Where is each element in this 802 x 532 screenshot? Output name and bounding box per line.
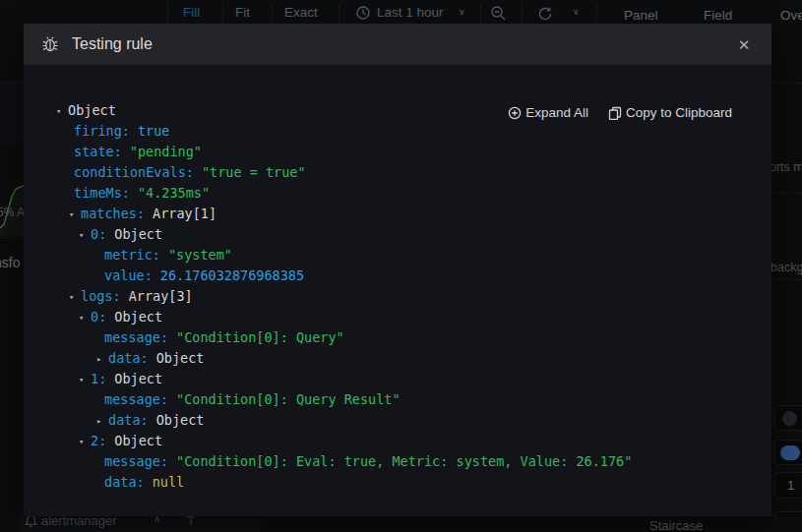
json-row: data:null — [24, 472, 771, 493]
json-value: Object — [156, 350, 205, 366]
json-value: "true = true" — [202, 164, 306, 180]
collapse-toggle-icon[interactable]: ▾ — [79, 308, 91, 328]
json-key: message: — [104, 453, 168, 469]
json-value: Object — [114, 226, 162, 242]
json-value: "pending" — [130, 144, 202, 159]
json-key: state: — [74, 144, 122, 159]
json-row[interactable]: ▾matches:Array[1] — [24, 204, 771, 224]
json-key: conditionEvals: — [74, 164, 194, 180]
collapse-toggle-icon[interactable]: ▾ — [79, 432, 91, 452]
expand-toggle-icon[interactable]: ▸ — [96, 411, 108, 432]
json-value: "Condition[0]: Eval: true, Metric: syste… — [176, 453, 632, 469]
json-value: Array[3] — [129, 288, 193, 304]
json-row: metric:"system" — [24, 245, 771, 266]
modal-title: Testing rule — [72, 35, 153, 53]
close-icon[interactable]: ✕ — [732, 33, 756, 57]
json-value: Object — [156, 412, 205, 428]
page: Fill Fit Exact Last 1 hour ∨ — [0, 0, 802, 532]
json-value: Object — [114, 433, 162, 448]
json-row[interactable]: ▾0:Object — [24, 224, 771, 245]
json-row[interactable]: ▾1:Object — [24, 369, 771, 389]
json-key: metric: — [104, 247, 160, 263]
copy-icon — [608, 106, 622, 120]
expand-all-button[interactable]: Expand All — [508, 105, 588, 120]
modal-body: Expand All Copy to Clipboard ▾Object fir… — [24, 65, 771, 516]
json-actions: Expand All Copy to Clipboard — [508, 105, 732, 120]
modal-header: Testing rule ✕ — [24, 24, 771, 65]
json-key: value: — [104, 267, 153, 283]
json-row: state:"pending" — [24, 142, 771, 162]
json-row: value:26.176032876968385 — [24, 266, 771, 286]
expand-all-icon — [508, 106, 522, 120]
json-row[interactable]: ▸data:Object — [24, 348, 771, 369]
json-key: data: — [108, 350, 149, 366]
json-value: Object — [114, 371, 162, 386]
json-key: data: — [104, 474, 145, 490]
json-row[interactable]: ▾0:Object — [24, 307, 771, 327]
json-key: message: — [104, 391, 168, 407]
json-value: "system" — [168, 247, 232, 263]
copy-to-clipboard-label: Copy to Clipboard — [626, 105, 732, 120]
json-row: timeMs:"4.235ms" — [24, 183, 771, 204]
bug-icon — [41, 35, 59, 53]
json-key: logs: — [81, 288, 121, 304]
collapse-toggle-icon[interactable]: ▾ — [56, 101, 68, 122]
json-value: "Condition[0]: Query" — [176, 329, 344, 345]
copy-to-clipboard-button[interactable]: Copy to Clipboard — [608, 105, 732, 120]
json-key: 2: — [91, 433, 106, 448]
json-key: data: — [108, 412, 149, 428]
json-row[interactable]: ▸data:Object — [24, 410, 771, 431]
collapse-toggle-icon[interactable]: ▾ — [79, 370, 91, 390]
json-key: 0: — [91, 309, 106, 325]
json-value: Object — [114, 309, 162, 325]
json-key: timeMs: — [74, 185, 130, 201]
collapse-toggle-icon[interactable]: ▾ — [69, 205, 81, 225]
json-key: matches: — [81, 206, 145, 221]
testing-rule-modal: Testing rule ✕ Expand All Copy to Clipbo… — [24, 24, 771, 516]
json-key: firing: — [74, 123, 130, 139]
json-value: null — [153, 474, 185, 490]
json-value: Object — [68, 102, 116, 118]
json-key: 1: — [91, 371, 106, 386]
json-value: true — [138, 123, 170, 139]
json-key: 0: — [91, 226, 106, 242]
json-row: firing:true — [24, 121, 771, 142]
json-row[interactable]: ▾2:Object — [24, 431, 771, 451]
json-tree: ▾Object firing:true state:"pending" cond… — [24, 65, 771, 493]
collapse-toggle-icon[interactable]: ▾ — [79, 225, 91, 246]
json-value: 26.176032876968385 — [160, 267, 304, 283]
json-row: conditionEvals:"true = true" — [24, 162, 771, 183]
json-row[interactable]: ▾logs:Array[3] — [24, 286, 771, 307]
json-row: message:"Condition[0]: Query Result" — [24, 389, 771, 410]
json-value: "4.235ms" — [138, 185, 210, 201]
json-row: message:"Condition[0]: Eval: true, Metri… — [24, 451, 771, 472]
expand-toggle-icon[interactable]: ▸ — [96, 349, 108, 370]
json-key: message: — [104, 329, 168, 345]
json-value: Array[1] — [153, 206, 216, 221]
json-row: message:"Condition[0]: Query" — [24, 327, 771, 348]
expand-all-label: Expand All — [525, 105, 588, 120]
json-value: "Condition[0]: Query Result" — [176, 391, 401, 407]
collapse-toggle-icon[interactable]: ▾ — [69, 287, 81, 308]
